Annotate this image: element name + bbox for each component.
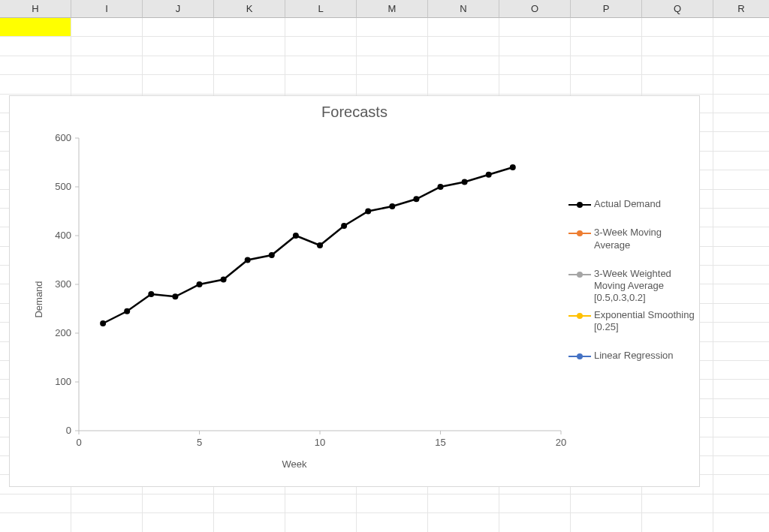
col-header[interactable]: P	[571, 0, 642, 18]
cell[interactable]	[713, 513, 769, 532]
cell[interactable]	[499, 513, 571, 532]
chart-object[interactable]: Forecasts 010020030040050060005101520 De…	[9, 95, 700, 487]
cell[interactable]	[713, 342, 769, 361]
cell[interactable]	[357, 513, 428, 532]
cell[interactable]	[285, 56, 357, 75]
cell[interactable]	[71, 37, 143, 56]
cell[interactable]	[571, 18, 642, 37]
cell[interactable]	[713, 247, 769, 266]
cell[interactable]	[713, 113, 769, 132]
cell[interactable]	[713, 437, 769, 456]
cell[interactable]	[357, 56, 428, 75]
cell[interactable]	[713, 399, 769, 418]
cell[interactable]	[428, 513, 499, 532]
cell[interactable]	[0, 513, 71, 532]
cell[interactable]	[713, 418, 769, 437]
cell[interactable]	[71, 75, 143, 94]
cell[interactable]	[713, 170, 769, 189]
legend-item[interactable]: Linear Regression	[568, 350, 696, 362]
cell[interactable]	[571, 494, 642, 513]
cell[interactable]	[713, 152, 769, 170]
cell[interactable]	[713, 494, 769, 513]
cell[interactable]	[214, 75, 285, 94]
cell[interactable]	[71, 494, 143, 513]
legend-item[interactable]: Exponential Smoothing [0.25]	[568, 309, 696, 334]
cell[interactable]	[285, 494, 357, 513]
cell[interactable]	[642, 75, 713, 94]
cell[interactable]	[285, 75, 357, 94]
legend-item[interactable]: 3-Week Weighted Moving Average [0.5,0.3,…	[568, 268, 696, 305]
cell[interactable]	[642, 18, 713, 37]
cell[interactable]	[713, 95, 769, 113]
cell[interactable]	[571, 37, 642, 56]
cell[interactable]	[0, 37, 71, 56]
cell[interactable]	[428, 56, 499, 75]
cell[interactable]	[428, 18, 499, 37]
cell[interactable]	[214, 56, 285, 75]
cell[interactable]	[357, 18, 428, 37]
cell[interactable]	[0, 494, 71, 513]
cell[interactable]	[713, 284, 769, 303]
cell[interactable]	[214, 494, 285, 513]
cell[interactable]	[143, 513, 214, 532]
cell[interactable]	[357, 75, 428, 94]
cell[interactable]	[71, 513, 143, 532]
cell[interactable]	[499, 37, 571, 56]
cell[interactable]	[571, 513, 642, 532]
col-header[interactable]: O	[499, 0, 571, 18]
cell[interactable]	[143, 75, 214, 94]
cell[interactable]	[642, 513, 713, 532]
cell[interactable]	[428, 75, 499, 94]
cell[interactable]	[713, 456, 769, 475]
cell[interactable]	[642, 37, 713, 56]
cell[interactable]	[143, 18, 214, 37]
cell[interactable]	[713, 56, 769, 75]
cell[interactable]	[428, 37, 499, 56]
cell[interactable]	[357, 494, 428, 513]
cell[interactable]	[642, 56, 713, 75]
cell[interactable]	[214, 513, 285, 532]
cell[interactable]	[285, 37, 357, 56]
cell[interactable]	[143, 494, 214, 513]
cell[interactable]	[642, 494, 713, 513]
cell[interactable]	[0, 75, 71, 94]
cell[interactable]	[143, 37, 214, 56]
col-header[interactable]: M	[357, 0, 428, 18]
cell[interactable]	[499, 18, 571, 37]
cell[interactable]	[713, 380, 769, 398]
col-header[interactable]: N	[428, 0, 499, 18]
col-header[interactable]: K	[214, 0, 285, 18]
cell[interactable]	[499, 56, 571, 75]
cell[interactable]	[285, 18, 357, 37]
cell[interactable]	[285, 513, 357, 532]
cell[interactable]	[357, 37, 428, 56]
col-header[interactable]: I	[71, 0, 143, 18]
cell-active[interactable]	[0, 18, 71, 37]
cell[interactable]	[713, 132, 769, 151]
cell[interactable]	[713, 190, 769, 209]
cell[interactable]	[571, 56, 642, 75]
cell[interactable]	[713, 323, 769, 341]
cell[interactable]	[713, 18, 769, 37]
cell[interactable]	[713, 266, 769, 284]
cell[interactable]	[713, 304, 769, 323]
cell[interactable]	[499, 75, 571, 94]
col-header[interactable]: H	[0, 0, 71, 18]
cell[interactable]	[71, 18, 143, 37]
cell[interactable]	[713, 37, 769, 56]
cell[interactable]	[571, 75, 642, 94]
cell[interactable]	[713, 227, 769, 246]
cell[interactable]	[0, 56, 71, 75]
cell[interactable]	[499, 494, 571, 513]
legend-item[interactable]: 3-Week Moving Average	[568, 227, 696, 251]
cell[interactable]	[713, 475, 769, 494]
cell[interactable]	[214, 18, 285, 37]
cell[interactable]	[713, 361, 769, 380]
col-header[interactable]: L	[285, 0, 357, 18]
cell[interactable]	[71, 56, 143, 75]
col-header[interactable]: R	[713, 0, 769, 18]
col-header[interactable]: Q	[642, 0, 713, 18]
cell[interactable]	[143, 56, 214, 75]
col-header[interactable]: J	[143, 0, 214, 18]
legend-item[interactable]: Actual Demand	[568, 198, 696, 210]
